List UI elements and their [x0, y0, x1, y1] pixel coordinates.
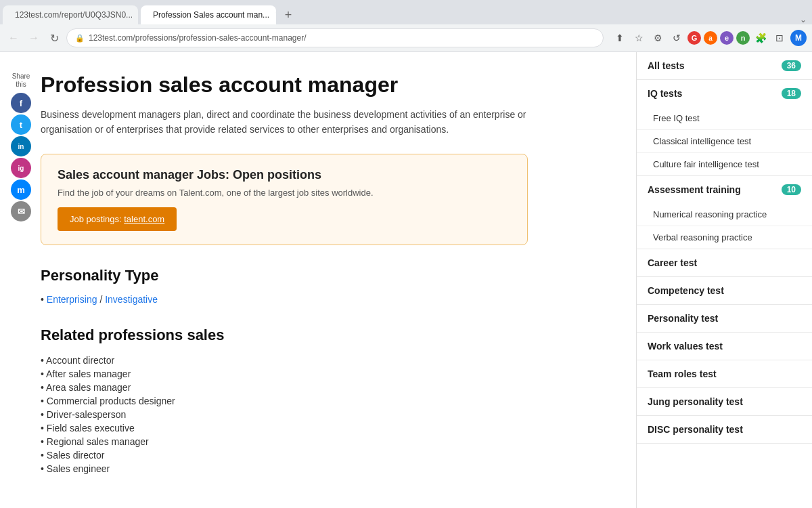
sidebar-section-disc-personality-test[interactable]: DISC personality test [637, 416, 812, 444]
ext-icon-1[interactable]: G [687, 31, 701, 45]
browser-chrome: 123test.com/report/U0Q3JSN0... ✕ Profess… [0, 0, 812, 52]
lock-icon: 🔒 [75, 34, 85, 43]
new-tab-button[interactable]: + [279, 5, 298, 24]
tab-1[interactable]: 123test.com/report/U0Q3JSN0... ✕ [3, 5, 138, 24]
list-item: Area sales manager [41, 381, 609, 394]
related-professions-heading: Related professions sales [41, 326, 609, 344]
sidebar-section-competency-test[interactable]: Competency test [637, 277, 812, 305]
share-icon[interactable]: ⬆ [612, 30, 628, 46]
page-description: Business development managers plan, dire… [41, 107, 528, 137]
list-item: Field sales executive [41, 421, 609, 435]
list-item: Account director [41, 354, 609, 367]
right-sidebar: All tests 36 IQ tests 18 Free IQ test Cl… [636, 52, 812, 508]
toolbar-right: ⬆ ☆ ⚙ ↺ G a e n 🧩 ⊡ M [612, 30, 807, 46]
sidebar-section-jung-personality-test[interactable]: Jung personality test [637, 388, 812, 416]
extensions-icon[interactable]: 🧩 [752, 30, 769, 46]
tab-bar: 123test.com/report/U0Q3JSN0... ✕ Profess… [0, 0, 812, 24]
profile-avatar[interactable]: M [790, 30, 807, 46]
tab-1-label: 123test.com/report/U0Q3JSN0... [15, 10, 133, 20]
sidebar-item-verbal-reasoning-practice[interactable]: Verbal reasoning practice [637, 226, 812, 249]
sidebar-item-free-iq-test[interactable]: Free IQ test [637, 107, 812, 130]
tab-2-close[interactable]: ✕ [275, 9, 276, 20]
twitter-share-button[interactable]: t [11, 114, 31, 135]
list-item: Regional sales manager [41, 435, 609, 448]
url-text: 123test.com/professions/profession-sales… [89, 33, 307, 43]
url-bar[interactable]: 🔒 123test.com/professions/profession-sal… [66, 28, 604, 47]
sidebar-item-numerical-reasoning-practice[interactable]: Numerical reasoning practice [637, 203, 812, 226]
sidebar-header-iq-tests[interactable]: IQ tests 18 [637, 80, 812, 107]
tab-2[interactable]: Profession Sales account man... ✕ [141, 5, 276, 24]
personality-separator: / [99, 294, 105, 305]
list-item: Commercial products designer [41, 394, 609, 408]
address-bar: ← → ↻ 🔒 123test.com/professions/professi… [0, 24, 812, 51]
bookmark-icon[interactable]: ☆ [631, 30, 647, 46]
messenger-share-button[interactable]: m [11, 179, 31, 200]
investigative-link[interactable]: Investigative [105, 294, 158, 305]
forward-button[interactable]: → [26, 30, 42, 46]
bullet-personality: • [41, 294, 47, 305]
sidebar-section-personality-test[interactable]: Personality test [637, 305, 812, 333]
list-item: Sales engineer [41, 462, 609, 475]
social-share-sidebar: Sharethis f t in ig m ✉ [11, 72, 31, 221]
page-content: Sharethis f t in ig m ✉ Profession sales… [0, 52, 812, 508]
page-title: Profession sales account manager [41, 72, 609, 98]
split-screen-icon[interactable]: ⊡ [771, 30, 788, 46]
assessment-training-badge: 10 [782, 184, 801, 195]
enterprising-link[interactable]: Enterprising [47, 294, 97, 305]
instagram-share-button[interactable]: ig [11, 158, 31, 178]
back-button[interactable]: ← [5, 30, 22, 46]
facebook-share-button[interactable]: f [11, 93, 31, 113]
personality-links: • Enterprising / Investigative [41, 294, 609, 305]
all-tests-label: All tests [648, 60, 684, 71]
job-box: Sales account manager Jobs: Open positio… [41, 154, 528, 245]
tab-more-button[interactable]: ⌄ [800, 15, 812, 24]
settings-icon[interactable]: ⚙ [650, 30, 666, 46]
sidebar-section-iq-tests: IQ tests 18 Free IQ test Classical intel… [637, 80, 812, 176]
share-label: Sharethis [12, 72, 30, 89]
sidebar-section-career-test[interactable]: Career test [637, 249, 812, 277]
sidebar-item-classical-intelligence-test[interactable]: Classical intelligence test [637, 130, 812, 153]
ext-icon-2[interactable]: a [704, 31, 717, 45]
job-postings-button[interactable]: Job postings: talent.com [58, 207, 177, 231]
email-share-button[interactable]: ✉ [11, 201, 31, 221]
sidebar-section-team-roles-test[interactable]: Team roles test [637, 360, 812, 388]
sidebar-item-culture-fair-intelligence-test[interactable]: Culture fair intelligence test [637, 153, 812, 175]
history-icon[interactable]: ↺ [669, 30, 685, 46]
assessment-training-label: Assessment training [648, 184, 741, 195]
ext-icon-3[interactable]: e [720, 31, 734, 45]
personality-type-heading: Personality Type [41, 267, 609, 284]
linkedin-share-button[interactable]: in [11, 136, 31, 156]
list-item: After sales manager [41, 367, 609, 381]
reload-button[interactable]: ↻ [46, 30, 62, 46]
sidebar-header-assessment-training[interactable]: Assessment training 10 [637, 176, 812, 203]
ext-icon-4[interactable]: n [736, 31, 750, 45]
related-professions-list: Account director After sales manager Are… [41, 354, 609, 475]
sidebar-header-all-tests[interactable]: All tests 36 [637, 52, 812, 79]
sidebar-section-work-values-test[interactable]: Work values test [637, 333, 812, 360]
tab-2-label: Profession Sales account man... [153, 10, 269, 20]
sidebar-section-all-tests: All tests 36 [637, 52, 812, 80]
list-item: Driver-salesperson [41, 408, 609, 421]
job-box-title: Sales account manager Jobs: Open positio… [58, 168, 511, 182]
all-tests-badge: 36 [782, 60, 801, 71]
talent-com-link[interactable]: talent.com [124, 214, 164, 224]
iq-tests-label: IQ tests [648, 88, 682, 99]
iq-tests-badge: 18 [782, 88, 801, 99]
main-content: Sharethis f t in ig m ✉ Profession sales… [0, 52, 636, 508]
sidebar-section-assessment-training: Assessment training 10 Numerical reasoni… [637, 176, 812, 249]
job-box-text: Find the job of your dreams on Talent.co… [58, 188, 511, 198]
list-item: Sales director [41, 448, 609, 462]
